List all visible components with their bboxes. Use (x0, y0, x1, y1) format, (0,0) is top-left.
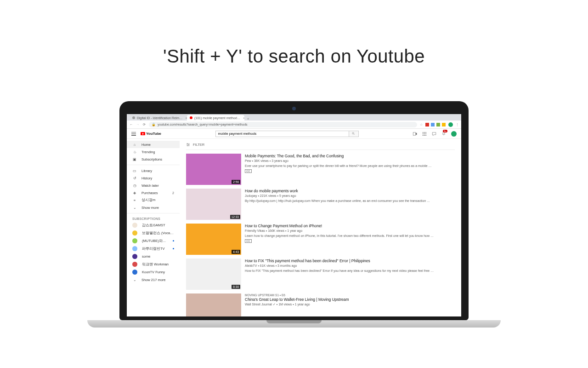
sidebar-item[interactable]: ♨Trending (127, 148, 180, 155)
svg-point-0 (352, 132, 354, 134)
svg-point-6 (423, 133, 424, 134)
sidebar-item[interactable]: ◷Watch later (127, 182, 180, 189)
channel-avatar (132, 238, 137, 243)
video-byline[interactable]: Pew • 36K views • 3 years ago (245, 159, 455, 162)
video-title[interactable]: How do mobile payments work (245, 189, 455, 193)
messages-icon[interactable] (432, 132, 436, 136)
back-button[interactable]: ← (130, 123, 133, 126)
sidebar-item-label: 파뿌리랩빈TV (142, 247, 165, 251)
svg-point-11 (425, 135, 426, 136)
sidebar-item[interactable]: ↺History (127, 174, 180, 182)
forward-button[interactable]: → (136, 123, 140, 126)
sidebar-sub-item[interactable]: (MUTUBE)와꾸… (127, 237, 180, 245)
extension-icon[interactable] (442, 123, 446, 126)
sidebar-item-label: some (142, 254, 150, 259)
url-text: youtube.com/results?search_query=mobile+… (158, 123, 248, 126)
sidebar-item-show-more-subs[interactable]: ⌄ Show 217 more (127, 276, 180, 283)
svg-point-9 (423, 135, 424, 136)
lock-icon: 🔒 (152, 123, 156, 126)
browser-tab-active[interactable]: (101) mobile payment method… × (187, 115, 244, 121)
video-title[interactable]: How to FIX "This payment method has been… (245, 259, 455, 263)
sidebar-sub-item[interactable]: 워크맨 Workman (127, 260, 180, 268)
svg-point-17 (188, 144, 189, 145)
duration-badge: 8:30 (232, 285, 240, 289)
sidebar-item[interactable]: ≡성시경m (127, 196, 180, 204)
search-result[interactable]: 8:30How to FIX "This payment method has … (186, 259, 455, 290)
menu-icon[interactable]: ⋮ (456, 123, 458, 126)
channel-avatar (132, 270, 137, 275)
sidebar-item-label: Subscriptions (141, 157, 162, 161)
svg-point-18 (187, 145, 188, 146)
video-title[interactable]: China's Great Leap to Wallet-Free Living… (245, 297, 455, 302)
reload-button[interactable]: ⟳ (142, 123, 146, 126)
bookmark-icon[interactable]: ☆ (420, 123, 423, 126)
search-result[interactable]: 12:33How do mobile payments workJudopay … (186, 189, 455, 220)
video-byline[interactable]: Judopay • 221K views • 5 years ago (245, 194, 455, 197)
sidebar-item-label: 감스트GAMST (142, 223, 165, 228)
video-thumbnail[interactable]: 4:43 (186, 224, 241, 255)
search-result[interactable]: 4:43How to Change Payment Method on iPho… (186, 224, 455, 255)
sidebar-item[interactable]: ▣Subscriptions (127, 155, 180, 163)
filter-icon (186, 143, 190, 147)
extension-icons (425, 123, 446, 126)
lib-icon: ▭ (132, 168, 137, 173)
video-title[interactable]: How to Change Payment Method on iPhone! (245, 224, 455, 228)
create-icon[interactable] (413, 132, 417, 136)
extension-icon[interactable] (436, 123, 440, 126)
menu-icon[interactable] (131, 132, 136, 136)
extension-icon[interactable] (425, 123, 429, 126)
apps-icon[interactable] (422, 132, 427, 136)
video-thumbnail[interactable] (186, 293, 241, 316)
sidebar-item-label: KoonTV Funny (142, 270, 165, 274)
video-thumbnail[interactable]: 8:30 (186, 259, 241, 290)
new-tab-button[interactable]: + (244, 117, 252, 121)
svg-point-12 (443, 134, 444, 135)
search-result[interactable]: MOVING UPSTREAM S1 • E6China's Great Lea… (186, 293, 455, 316)
sidebar-item[interactable]: ▭Library (127, 167, 180, 174)
video-title[interactable]: Mobile Payments: The Good, the Bad, and … (245, 154, 455, 158)
fire-icon: ♨ (132, 150, 137, 154)
sidebar-item[interactable]: ◈Purchases2 (127, 189, 180, 196)
sidebar-sub-item[interactable]: 파뿌리랩빈TV (127, 245, 180, 253)
video-byline[interactable]: Friendly Vikas • 166K views • 1 year ago (245, 229, 455, 232)
favicon-icon (132, 116, 135, 119)
video-description: By http://judopay.com | http://hub.judop… (245, 199, 455, 203)
sidebar-item[interactable]: ⌂Home (127, 141, 180, 148)
sidebar-sub-item[interactable]: 보컬밸런스 (Vocal… (127, 229, 180, 237)
extension-icon[interactable] (431, 123, 435, 126)
sidebar-sub-item[interactable]: 감스트GAMST (127, 221, 180, 229)
duration-badge: 4:43 (232, 250, 240, 254)
svg-point-3 (423, 132, 424, 133)
sidebar-sub-item[interactable]: KoonTV Funny (127, 268, 180, 276)
search-result[interactable]: 2:56Mobile Payments: The Good, the Bad, … (186, 154, 455, 185)
hist-icon: ↺ (132, 176, 137, 180)
laptop-base (87, 320, 501, 328)
search-button[interactable] (349, 131, 359, 137)
new-content-dot (173, 240, 174, 242)
browser-tab[interactable]: Digital ID - Identification Reim… × (130, 115, 187, 121)
sidebar-item-label: Library (141, 169, 152, 173)
video-thumbnail[interactable]: 2:56 (186, 154, 241, 185)
video-byline[interactable]: Wall Street Journal ✓ • 1M views • 1 yea… (245, 303, 455, 306)
channel-avatar (132, 223, 137, 228)
sidebar-sub-item[interactable]: some (127, 253, 180, 260)
search-input[interactable] (215, 131, 349, 137)
play-icon (141, 132, 145, 135)
results-main: FILTER 2:56Mobile Payments: The Good, th… (180, 139, 461, 316)
notifications-button[interactable]: 9+ (441, 131, 446, 137)
tab-label: Digital ID - Identification Reim… (137, 116, 182, 120)
youtube-logo[interactable]: YouTube (141, 132, 161, 136)
video-description: Learn how to change payment method on iP… (245, 234, 455, 238)
sidebar-item-label: Watch later (141, 184, 159, 188)
tag-icon: ◈ (132, 190, 137, 195)
filter-button[interactable]: FILTER (186, 143, 455, 150)
sidebar-item-label: History (141, 176, 152, 180)
channel-avatar (132, 262, 137, 267)
account-avatar[interactable] (451, 131, 457, 137)
address-bar[interactable]: 🔒 youtube.com/results?search_query=mobil… (149, 122, 417, 127)
sidebar-item-count: 2 (172, 191, 174, 195)
profile-avatar[interactable] (448, 122, 453, 127)
sidebar-item[interactable]: ⌄Show more (127, 204, 180, 211)
video-byline[interactable]: AtekkTV • 61K views • 3 months ago (245, 264, 455, 267)
video-thumbnail[interactable]: 12:33 (186, 189, 241, 220)
